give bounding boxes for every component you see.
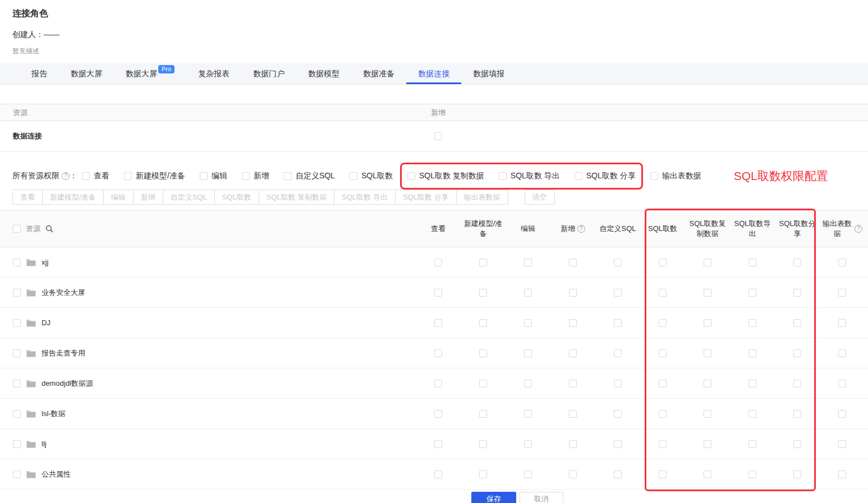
view-cell-checkbox[interactable]	[434, 319, 442, 327]
sql-fetch-cell-checkbox[interactable]	[659, 470, 667, 478]
row-select-checkbox[interactable]	[13, 319, 21, 327]
output-table-cell-checkbox[interactable]	[838, 259, 846, 266]
bulk-new-model-button[interactable]: 新建模型/准备	[42, 190, 104, 205]
sql-fetch-share-cell-checkbox[interactable]	[793, 410, 801, 418]
view-cell-checkbox[interactable]	[434, 349, 442, 357]
sql-fetch-export-checkbox[interactable]	[499, 172, 507, 180]
perm-option-custom-sql[interactable]: 自定义SQL	[284, 171, 335, 181]
custom-sql-cell-checkbox[interactable]	[614, 380, 622, 387]
perm-option-sql-fetch-copy[interactable]: SQL取数 复制数据	[407, 171, 484, 181]
bulk-sql-fetch-share-button[interactable]: SQL取数 分享	[395, 190, 457, 205]
search-icon[interactable]	[45, 225, 53, 233]
perm-option-sql-fetch-export[interactable]: SQL取数 导出	[499, 171, 560, 181]
create-cell-checkbox[interactable]	[569, 349, 577, 357]
sql-fetch-export-cell-checkbox[interactable]	[748, 349, 756, 357]
sql-fetch-cell-checkbox[interactable]	[659, 259, 667, 266]
sql-fetch-export-cell-checkbox[interactable]	[748, 289, 756, 297]
sql-fetch-share-cell-checkbox[interactable]	[793, 289, 801, 297]
sql-fetch-cell-checkbox[interactable]	[659, 349, 667, 357]
create-checkbox[interactable]	[242, 172, 250, 180]
sql-fetch-copy-cell-checkbox[interactable]	[704, 349, 711, 357]
new-model-cell-checkbox[interactable]	[479, 380, 487, 387]
view-cell-checkbox[interactable]	[434, 289, 442, 297]
sql-fetch-export-cell-checkbox[interactable]	[748, 319, 756, 327]
sql-fetch-share-cell-checkbox[interactable]	[793, 319, 801, 327]
sql-fetch-export-cell-checkbox[interactable]	[748, 410, 756, 418]
new-model-cell-checkbox[interactable]	[479, 259, 487, 266]
new-model-cell-checkbox[interactable]	[479, 289, 487, 297]
save-button[interactable]: 保存	[471, 492, 516, 503]
sql-fetch-export-cell-checkbox[interactable]	[748, 259, 756, 266]
create-cell-checkbox[interactable]	[569, 319, 577, 327]
tab-data-model[interactable]: 数据模型	[296, 63, 351, 84]
edit-cell-checkbox[interactable]	[524, 380, 532, 387]
sql-fetch-share-checkbox[interactable]	[575, 172, 582, 180]
edit-cell-checkbox[interactable]	[524, 470, 532, 478]
bulk-create-button[interactable]: 新增	[133, 190, 163, 205]
custom-sql-cell-checkbox[interactable]	[614, 470, 622, 478]
perm-option-edit[interactable]: 编辑	[200, 171, 227, 181]
help-icon[interactable]: ?	[577, 225, 585, 233]
row-select-checkbox[interactable]	[13, 259, 21, 266]
view-cell-checkbox[interactable]	[434, 440, 442, 448]
sql-fetch-share-cell-checkbox[interactable]	[793, 349, 801, 357]
bulk-sql-fetch-copy-button[interactable]: SQL取数 复制数据	[259, 190, 335, 205]
new-model-checkbox[interactable]	[124, 172, 132, 180]
view-cell-checkbox[interactable]	[434, 259, 442, 266]
tab-report[interactable]: 报告	[20, 63, 59, 84]
summary-create-checkbox[interactable]	[434, 132, 442, 140]
select-all-checkbox[interactable]	[13, 225, 21, 233]
output-table-cell-checkbox[interactable]	[838, 410, 846, 418]
bulk-sql-fetch-export-button[interactable]: SQL取数 导出	[334, 190, 396, 205]
output-table-cell-checkbox[interactable]	[838, 289, 846, 297]
bulk-custom-sql-button[interactable]: 自定义SQL	[163, 190, 215, 205]
edit-checkbox[interactable]	[200, 172, 208, 180]
create-cell-checkbox[interactable]	[569, 440, 577, 448]
tab-complex-report[interactable]: 复杂报表	[186, 63, 241, 84]
sql-fetch-cell-checkbox[interactable]	[659, 319, 667, 327]
output-table-cell-checkbox[interactable]	[838, 349, 846, 357]
row-select-checkbox[interactable]	[13, 289, 21, 297]
custom-sql-cell-checkbox[interactable]	[614, 410, 622, 418]
tab-data-filling[interactable]: 数据填报	[461, 63, 516, 84]
sql-fetch-export-cell-checkbox[interactable]	[748, 440, 756, 448]
custom-sql-cell-checkbox[interactable]	[614, 259, 622, 266]
sql-fetch-cell-checkbox[interactable]	[659, 410, 667, 418]
new-model-cell-checkbox[interactable]	[479, 440, 487, 448]
output-table-checkbox[interactable]	[650, 172, 658, 180]
create-cell-checkbox[interactable]	[569, 470, 577, 478]
sql-fetch-copy-cell-checkbox[interactable]	[704, 289, 711, 297]
create-cell-checkbox[interactable]	[569, 289, 577, 297]
custom-sql-cell-checkbox[interactable]	[614, 440, 622, 448]
help-icon[interactable]: ?	[855, 225, 862, 233]
edit-cell-checkbox[interactable]	[524, 349, 532, 357]
perm-option-sql-fetch[interactable]: SQL取数	[350, 171, 393, 181]
row-select-checkbox[interactable]	[13, 470, 21, 478]
custom-sql-cell-checkbox[interactable]	[614, 289, 622, 297]
view-cell-checkbox[interactable]	[434, 380, 442, 387]
row-select-checkbox[interactable]	[13, 349, 21, 357]
perm-option-sql-fetch-share[interactable]: SQL取数 分享	[575, 171, 636, 181]
new-model-cell-checkbox[interactable]	[479, 410, 487, 418]
custom-sql-cell-checkbox[interactable]	[614, 319, 622, 327]
perm-option-create[interactable]: 新增	[242, 171, 269, 181]
row-select-checkbox[interactable]	[13, 440, 21, 448]
custom-sql-cell-checkbox[interactable]	[614, 349, 622, 357]
sql-fetch-share-cell-checkbox[interactable]	[793, 470, 801, 478]
row-select-checkbox[interactable]	[13, 410, 21, 418]
sql-fetch-copy-cell-checkbox[interactable]	[704, 319, 711, 327]
sql-fetch-copy-cell-checkbox[interactable]	[704, 380, 711, 387]
edit-cell-checkbox[interactable]	[524, 319, 532, 327]
sql-fetch-copy-cell-checkbox[interactable]	[704, 259, 711, 266]
view-checkbox[interactable]	[82, 172, 90, 180]
tab-data-portal[interactable]: 数据门户	[241, 63, 296, 84]
sql-fetch-copy-checkbox[interactable]	[407, 172, 415, 180]
create-cell-checkbox[interactable]	[569, 380, 577, 387]
new-model-cell-checkbox[interactable]	[479, 470, 487, 478]
output-table-cell-checkbox[interactable]	[838, 319, 846, 327]
tab-data-screen-pro[interactable]: 数据大屏 Pro	[114, 63, 186, 84]
sql-fetch-copy-cell-checkbox[interactable]	[704, 410, 711, 418]
sql-fetch-cell-checkbox[interactable]	[659, 380, 667, 387]
sql-fetch-share-cell-checkbox[interactable]	[793, 440, 801, 448]
output-table-cell-checkbox[interactable]	[838, 380, 846, 387]
